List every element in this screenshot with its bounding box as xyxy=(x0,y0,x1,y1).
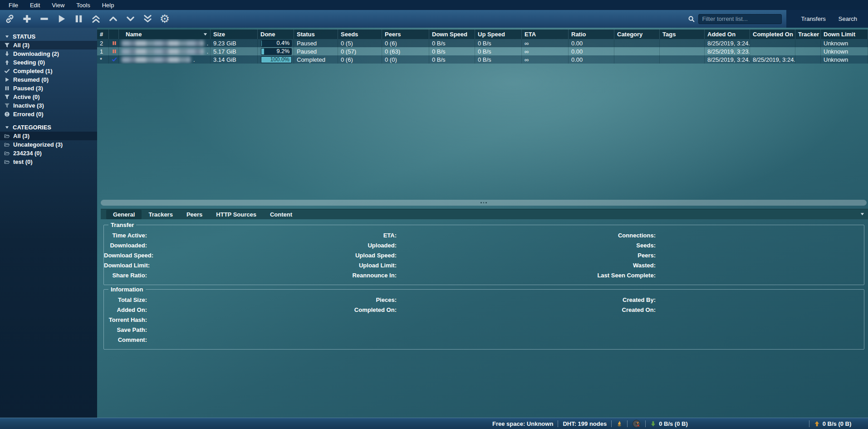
view-tab-transfers[interactable]: Transfers xyxy=(794,13,832,25)
status-filter-inactive-3[interactable]: Inactive (3) xyxy=(0,101,97,110)
upload-speed-indicator[interactable]: 0 B/s (0 B) xyxy=(814,420,852,427)
col-header-name[interactable]: Name xyxy=(119,30,211,39)
pause-icon xyxy=(4,85,10,92)
alt-speed-limits-icon[interactable] xyxy=(632,419,641,428)
item-label: Uncategorized (3) xyxy=(13,141,63,148)
col-header-peers[interactable]: Peers xyxy=(382,30,429,39)
status-section-header[interactable]: STATUS xyxy=(0,32,97,41)
col-header-col[interactable] xyxy=(109,30,119,39)
cell-priority: 2 xyxy=(97,39,109,47)
folder-icon xyxy=(4,150,10,157)
detail-tab-trackers[interactable]: Trackers xyxy=(142,210,180,219)
col-header-size[interactable]: Size xyxy=(211,30,258,39)
cell-seeds: 0 (57) xyxy=(338,47,382,55)
cell-priority: * xyxy=(97,55,109,64)
table-header-row: #NameSizeDoneStatusSeedsPeersDown SpeedU… xyxy=(97,30,868,39)
funnel-dim-icon xyxy=(4,103,10,109)
detail-tab-http-sources[interactable]: HTTP Sources xyxy=(209,210,263,219)
col-header-tags[interactable]: Tags xyxy=(660,30,705,39)
col-header-category[interactable]: Category xyxy=(614,30,660,39)
cell-done: 0.4% xyxy=(258,39,294,47)
table-row[interactable]: *.3.14 GiB100.0%Completed0 (6)0 (0)0 B/s… xyxy=(97,55,868,64)
move-up-button[interactable] xyxy=(107,13,119,25)
field-label-eta: ETA: xyxy=(333,232,397,239)
field-label-downloaded: Downloaded: xyxy=(104,242,147,249)
col-header-status[interactable]: Status xyxy=(294,30,338,39)
col-header-down-speed[interactable]: Down Speed xyxy=(429,30,475,39)
col-header-completed-on[interactable]: Completed On xyxy=(750,30,795,39)
chevron-down-icon[interactable] xyxy=(860,212,864,216)
col-header-done[interactable]: Done xyxy=(258,30,294,39)
move-down-button[interactable] xyxy=(124,13,136,25)
main-content: #NameSizeDoneStatusSeedsPeersDown SpeedU… xyxy=(97,28,868,418)
item-label: All (3) xyxy=(13,133,29,139)
col-header-added-on[interactable]: Added On xyxy=(705,30,750,39)
col-header-seeds[interactable]: Seeds xyxy=(338,30,382,39)
pause-button[interactable] xyxy=(73,13,84,25)
horizontal-scrollbar[interactable] xyxy=(101,200,867,206)
sort-descending-icon xyxy=(203,32,207,36)
col-header-up-speed[interactable]: Up Speed xyxy=(475,30,522,39)
cell-peers: 0 (63) xyxy=(382,47,429,55)
detail-tab-content[interactable]: Content xyxy=(263,210,299,219)
menu-item-edit[interactable]: Edit xyxy=(24,1,46,10)
menu-item-help[interactable]: Help xyxy=(96,1,120,10)
category-test-0[interactable]: test (0) xyxy=(0,158,97,166)
table-row[interactable]: 2.9.23 GiB0.4%Paused0 (5)0 (6)0 B/s0 B/s… xyxy=(97,39,868,47)
cell-tracker xyxy=(795,55,821,64)
category-234234-0[interactable]: 234234 (0) xyxy=(0,149,97,158)
field-label-uploaded: Uploaded: xyxy=(333,242,397,249)
splitter-handle[interactable] xyxy=(481,202,487,203)
move-bottom-button[interactable] xyxy=(142,13,153,25)
filter-input[interactable] xyxy=(698,14,782,24)
col-header-down-limit[interactable]: Down Limit xyxy=(821,30,868,39)
cell-ratio: 0.00 xyxy=(569,47,614,55)
cell-eta: ∞ xyxy=(522,55,569,64)
status-filter-seeding-0[interactable]: Seeding (0) xyxy=(0,58,97,67)
delete-torrent-button[interactable] xyxy=(38,13,50,25)
status-filter-all-3[interactable]: All (3) xyxy=(0,41,97,49)
view-tab-search[interactable]: Search xyxy=(832,13,863,25)
category-uncategorized-3[interactable]: Uncategorized (3) xyxy=(0,140,97,149)
status-filter-paused-3[interactable]: Paused (3) xyxy=(0,84,97,93)
connection-status-icon[interactable] xyxy=(616,420,623,427)
col-header-ratio[interactable]: Ratio xyxy=(569,30,614,39)
category-all-3[interactable]: All (3) xyxy=(0,132,97,140)
resume-button[interactable] xyxy=(55,13,67,25)
cell-size: 5.17 GiB xyxy=(211,47,258,55)
field-label-seeds: Seeds: xyxy=(592,242,656,249)
detail-tab-peers[interactable]: Peers xyxy=(180,210,209,219)
status-filter-resumed-0[interactable]: Resumed (0) xyxy=(0,75,97,84)
status-bar: Free space: Unknown DHT: 199 nodes 0 B/s… xyxy=(0,418,868,429)
pause-icon xyxy=(112,40,117,46)
field-label-peers: Peers: xyxy=(592,252,656,259)
menu-item-file[interactable]: File xyxy=(3,1,24,10)
add-torrent-file-button[interactable] xyxy=(21,13,33,25)
status-filter-completed-1[interactable]: Completed (1) xyxy=(0,67,97,75)
detail-tab-general[interactable]: General xyxy=(106,210,142,219)
menu-item-view[interactable]: View xyxy=(46,1,70,10)
move-top-button[interactable] xyxy=(90,13,102,25)
col-header-eta[interactable]: ETA xyxy=(522,30,569,39)
col-header-blank[interactable]: # xyxy=(97,30,109,39)
col-header-tracker[interactable]: Tracker xyxy=(795,30,821,39)
cell-seeds: 0 (6) xyxy=(338,55,382,64)
progress-bar: 100.0% xyxy=(261,56,292,63)
field-label-save-path: Save Path: xyxy=(104,326,147,333)
status-filter-downloading-2[interactable]: Downloading (2) xyxy=(0,49,97,58)
information-legend: Information xyxy=(108,286,146,293)
cell-priority: 1 xyxy=(97,47,109,55)
table-row[interactable]: 1.5.17 GiB9.2%Paused0 (57)0 (63)0 B/s0 B… xyxy=(97,47,868,55)
upload-arrow-icon xyxy=(814,421,820,427)
options-button[interactable]: ⚙ xyxy=(159,13,171,25)
status-filter-active-0[interactable]: Active (0) xyxy=(0,93,97,101)
cell-completed-on xyxy=(750,39,795,47)
status-filter-errored-0[interactable]: Errored (0) xyxy=(0,110,97,118)
cell-name: . xyxy=(119,47,211,55)
download-speed-indicator[interactable]: 0 B/s (0 B) xyxy=(650,420,688,427)
categories-section-header[interactable]: CATEGORIES xyxy=(0,123,97,132)
menu-item-tools[interactable]: Tools xyxy=(70,1,96,10)
add-torrent-link-button[interactable] xyxy=(4,13,15,25)
cell-size: 9.23 GiB xyxy=(211,39,258,47)
cell-peers: 0 (6) xyxy=(382,39,429,47)
